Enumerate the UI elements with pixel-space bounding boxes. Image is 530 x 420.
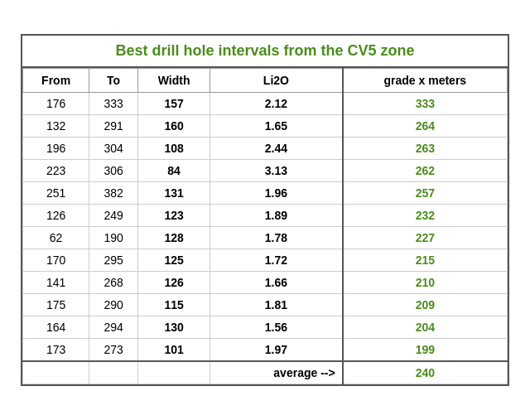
cell-grade-8: 210 (343, 272, 508, 294)
cell-from-3: 223 (23, 160, 89, 182)
col-header-li2o: Li2O (210, 69, 343, 93)
table-row: 1642941301.56204 (23, 316, 508, 339)
cell-from-6: 62 (23, 227, 89, 249)
cell-li2o-8: 1.66 (210, 272, 343, 294)
cell-from-8: 141 (23, 272, 89, 294)
cell-to-5: 249 (89, 205, 138, 227)
cell-grade-10: 204 (343, 316, 508, 339)
cell-width-6: 128 (138, 227, 210, 249)
avg-empty-1 (89, 361, 138, 384)
cell-li2o-11: 1.97 (210, 339, 343, 362)
cell-width-11: 101 (138, 339, 210, 362)
table-row: 1262491231.89232 (23, 205, 508, 227)
cell-width-9: 115 (138, 294, 210, 316)
cell-grade-4: 257 (343, 182, 508, 205)
cell-from-10: 164 (23, 316, 89, 339)
table-row: 1752901151.81209 (23, 294, 508, 316)
cell-to-10: 294 (89, 316, 138, 339)
col-header-from: From (23, 69, 89, 93)
table-row: 621901281.78227 (23, 227, 508, 249)
cell-to-4: 382 (89, 182, 138, 205)
table-row: 1963041082.44263 (23, 138, 508, 160)
table-title: Best drill hole intervals from the CV5 z… (22, 36, 508, 68)
cell-li2o-9: 1.81 (210, 294, 343, 316)
cell-from-11: 173 (23, 339, 89, 362)
cell-to-1: 291 (89, 115, 138, 138)
cell-from-7: 170 (23, 249, 89, 272)
table-row: 1412681261.66210 (23, 272, 508, 294)
table-row: 1763331572.12333 (23, 93, 508, 115)
cell-li2o-0: 2.12 (210, 93, 343, 115)
cell-to-2: 304 (89, 138, 138, 160)
cell-from-9: 175 (23, 294, 89, 316)
cell-to-9: 290 (89, 294, 138, 316)
main-table-container: Best drill hole intervals from the CV5 z… (21, 34, 509, 386)
cell-li2o-10: 1.56 (210, 316, 343, 339)
cell-width-1: 160 (138, 115, 210, 138)
cell-grade-3: 262 (343, 160, 508, 182)
avg-empty-2 (138, 361, 210, 384)
col-header-width: Width (138, 69, 210, 93)
table-row: 223306843.13262 (23, 160, 508, 182)
cell-li2o-4: 1.96 (210, 182, 343, 205)
cell-li2o-2: 2.44 (210, 138, 343, 160)
cell-to-8: 268 (89, 272, 138, 294)
cell-grade-6: 227 (343, 227, 508, 249)
cell-grade-0: 333 (343, 93, 508, 115)
cell-li2o-7: 1.72 (210, 249, 343, 272)
table-row: 1702951251.72215 (23, 249, 508, 272)
cell-li2o-6: 1.78 (210, 227, 343, 249)
cell-width-10: 130 (138, 316, 210, 339)
cell-from-5: 126 (23, 205, 89, 227)
avg-empty-0 (23, 361, 89, 384)
cell-from-4: 251 (23, 182, 89, 205)
cell-grade-11: 199 (343, 339, 508, 362)
cell-width-5: 123 (138, 205, 210, 227)
cell-grade-2: 263 (343, 138, 508, 160)
cell-from-2: 196 (23, 138, 89, 160)
cell-from-1: 132 (23, 115, 89, 138)
cell-from-0: 176 (23, 93, 89, 115)
cell-width-2: 108 (138, 138, 210, 160)
cell-width-0: 157 (138, 93, 210, 115)
average-label: average --> (210, 361, 343, 384)
col-header-to: To (89, 69, 138, 93)
table-row: 2513821311.96257 (23, 182, 508, 205)
cell-to-7: 295 (89, 249, 138, 272)
cell-to-0: 333 (89, 93, 138, 115)
cell-li2o-5: 1.89 (210, 205, 343, 227)
cell-grade-1: 264 (343, 115, 508, 138)
cell-width-8: 126 (138, 272, 210, 294)
cell-width-3: 84 (138, 160, 210, 182)
cell-width-4: 131 (138, 182, 210, 205)
cell-grade-5: 232 (343, 205, 508, 227)
header-row: From To Width Li2O grade x meters (23, 69, 508, 93)
cell-li2o-3: 3.13 (210, 160, 343, 182)
cell-li2o-1: 1.65 (210, 115, 343, 138)
table-body: 1763331572.123331322911601.6526419630410… (23, 93, 508, 384)
cell-width-7: 125 (138, 249, 210, 272)
data-table: From To Width Li2O grade x meters 176333… (22, 68, 508, 384)
average-row: average -->240 (23, 361, 508, 384)
cell-grade-9: 209 (343, 294, 508, 316)
cell-to-6: 190 (89, 227, 138, 249)
cell-to-11: 273 (89, 339, 138, 362)
table-row: 1322911601.65264 (23, 115, 508, 138)
cell-grade-7: 215 (343, 249, 508, 272)
col-header-grade: grade x meters (343, 69, 508, 93)
average-value: 240 (343, 361, 508, 384)
cell-to-3: 306 (89, 160, 138, 182)
table-row: 1732731011.97199 (23, 339, 508, 362)
